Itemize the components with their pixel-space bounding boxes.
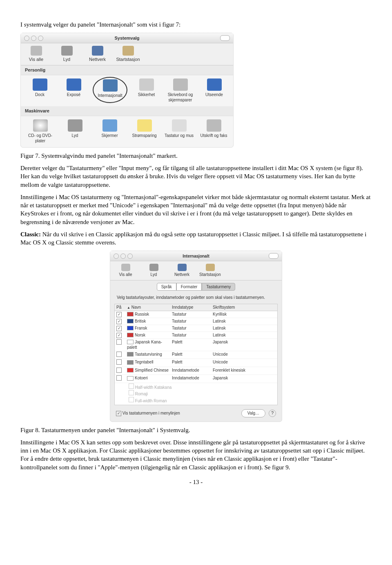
table-header: På ▲ Navn Inndatatype Skriftsystem (115, 304, 277, 311)
pref-cd-dvd[interactable]: CD- og DVD-plater (25, 119, 56, 144)
table-row[interactable]: Simplified ChineseInndatametodeForenklet… (115, 367, 277, 375)
row-name: Simplified Chinese (127, 368, 172, 374)
row-name: Britisk (127, 318, 172, 324)
pref-stromsparing[interactable]: Strømsparing (129, 119, 160, 144)
classic-label: Classic: (20, 231, 41, 238)
toolbar2-visalle[interactable]: Vis alle (114, 264, 137, 278)
table-row[interactable]: KotoeriInndatametodeJapansk (115, 375, 277, 383)
window-title: Systemvalg (21, 35, 233, 41)
paragraph-4: Classic: Når du vil skrive i en Classic … (20, 230, 372, 247)
row-checkbox[interactable] (116, 359, 122, 365)
row-name: Russisk (127, 312, 172, 317)
row-type: Palett (172, 339, 213, 350)
pref-utskrift[interactable]: Utskrift og faks (198, 119, 229, 144)
row-checkbox[interactable]: ✓ (116, 319, 122, 324)
table-row[interactable]: ✓RussiskTastaturKyrillisk (115, 311, 277, 318)
row-type: Tastatur (172, 312, 213, 317)
tab-bar: Språk Formater Tastaturmeny (110, 283, 282, 291)
tab-formater[interactable]: Formater (176, 283, 202, 291)
table-row[interactable]: ✓BritiskTastaturLatinsk (115, 318, 277, 325)
row-name: Norsk (127, 332, 172, 338)
row-name: Tegntabell (127, 359, 172, 366)
row-type: Tastatur (172, 318, 213, 324)
window-title-2: Internasjonalt (110, 253, 282, 259)
row-type: Inndatametode (172, 368, 213, 374)
toolbar-item-visalle[interactable]: Vis alle (25, 46, 47, 63)
bottom-row: ✓ Vis tastaturmenyen i menylinjen Valg… … (110, 407, 282, 422)
row-checkbox[interactable]: ✓ (116, 326, 122, 331)
table-subrow: Romaji (129, 390, 276, 397)
layout-table: På ▲ Navn Inndatatype Skriftsystem ✓Russ… (114, 304, 278, 405)
section-maskinvare: Maskinvare (21, 106, 233, 116)
row-sys: Kyrillisk (213, 312, 258, 317)
internasjonalt-window: Internasjonalt Vis alle Lyd Nettverk Sta… (110, 251, 282, 422)
pref-skjermer[interactable]: Skjermer (94, 119, 125, 144)
table-row[interactable]: TastaturvisningPalettUnicode (115, 351, 277, 359)
row-type: Palett (172, 359, 213, 366)
row-checkbox[interactable] (116, 352, 122, 357)
table-subrow: Full-width Roman (129, 397, 276, 404)
row-sys: Japansk (213, 375, 258, 382)
figure7-caption: Figur 7. Systemvalgvindu med panelet "In… (20, 152, 372, 160)
row-checkbox[interactable] (116, 339, 122, 345)
pref-utseende[interactable]: Utseende (199, 78, 229, 103)
row-checkbox[interactable]: ✓ (116, 312, 122, 317)
table-row[interactable]: ✓NorskTastaturLatinsk (115, 332, 277, 339)
row-type: Tastatur (172, 325, 213, 331)
row-name: Fransk (127, 325, 172, 331)
tab-tastaturmeny[interactable]: Tastaturmeny (202, 283, 235, 291)
tab-sprak[interactable]: Språk (157, 283, 176, 291)
tab-description: Velg tastaturlayouter, inndatametoder og… (110, 293, 282, 302)
pref-expose[interactable]: Exposé (59, 78, 89, 103)
table-row[interactable]: ✓FranskTastaturLatinsk (115, 325, 277, 332)
window-titlebar-2: Internasjonalt (110, 251, 282, 261)
row-name: Kotoeri (127, 375, 172, 382)
pref-skrivebord[interactable]: Skrivebord og skjermsparer (165, 78, 195, 103)
row-sys: Unicode (213, 359, 258, 366)
section-personlig: Personlig (21, 65, 233, 75)
row-checkbox[interactable]: ✓ (116, 333, 122, 338)
personlig-row: Dock Exposé Internasjonalt Sikkerhet Skr… (21, 75, 233, 106)
row-sys: Latinsk (213, 332, 258, 338)
paragraph-3: Innstillingene i Mac OS tastaturmeny og … (20, 193, 372, 226)
toolbar-item-nettverk[interactable]: Nettverk (86, 46, 109, 63)
toolbar: Vis alle Lyd Nettverk Startstasjon (21, 43, 233, 65)
figure8-caption: Figur 8. Tastaturmenyen under panelet "I… (20, 426, 372, 434)
col-navn[interactable]: ▲ Navn (127, 305, 172, 310)
row-type: Palett (172, 352, 213, 359)
paragraph-2: Deretter velger du "Tastaturmeny" eller … (20, 164, 372, 189)
toolbar2-lyd[interactable]: Lyd (143, 264, 165, 278)
toolbar2-nettverk[interactable]: Nettverk (171, 264, 193, 278)
toolbar2-startstasjon[interactable]: Startstasjon (199, 264, 221, 278)
toolbar-item-lyd[interactable]: Lyd (56, 46, 78, 63)
table-row[interactable]: Japansk Kana-palettPalettJapansk (115, 339, 277, 351)
help-icon[interactable]: ? (269, 410, 276, 417)
row-type: Inndatametode (172, 375, 213, 382)
row-type: Tastatur (172, 332, 213, 338)
row-name: Tastaturvisning (127, 352, 172, 359)
showmenu-checkbox[interactable]: ✓ (116, 411, 121, 416)
pref-internasjonalt-circled[interactable]: Internasjonalt (93, 77, 127, 103)
row-sys: Latinsk (213, 325, 258, 331)
toolbar-item-startstasjon[interactable]: Startstasjon (117, 46, 139, 63)
row-sys: Unicode (213, 352, 258, 359)
window-titlebar: Systemvalg (21, 33, 233, 43)
page-number: - 13 - (20, 478, 372, 486)
pref-dock[interactable]: Dock (25, 78, 55, 103)
row-sys: Latinsk (213, 318, 258, 324)
pref-tastatur-mus[interactable]: Tastatur og mus (164, 119, 194, 144)
table-row[interactable]: TegntabellPalettUnicode (115, 359, 277, 367)
maskinvare-row: CD- og DVD-plater Lyd Skjermer Strømspar… (21, 116, 233, 147)
row-sys: Forenklet kinesisk (213, 368, 258, 374)
pref-sikkerhet[interactable]: Sikkerhet (131, 78, 161, 103)
systemvalg-window: Systemvalg Vis alle Lyd Nettverk Startst… (20, 33, 234, 148)
pref-lyd[interactable]: Lyd (60, 119, 90, 144)
row-checkbox[interactable] (116, 368, 122, 373)
row-name: Japansk Kana-palett (127, 339, 172, 350)
row-sys: Japansk (213, 339, 258, 350)
paragraph-5: Innstillingene i Mac OS X kan settes opp… (20, 438, 372, 471)
valg-button[interactable]: Valg… (241, 409, 265, 417)
row-checkbox[interactable] (116, 375, 122, 381)
toolbar-2: Vis alle Lyd Nettverk Startstasjon (110, 261, 282, 280)
intro-paragraph: I systemvalg velger du panelet "Internas… (20, 20, 372, 29)
